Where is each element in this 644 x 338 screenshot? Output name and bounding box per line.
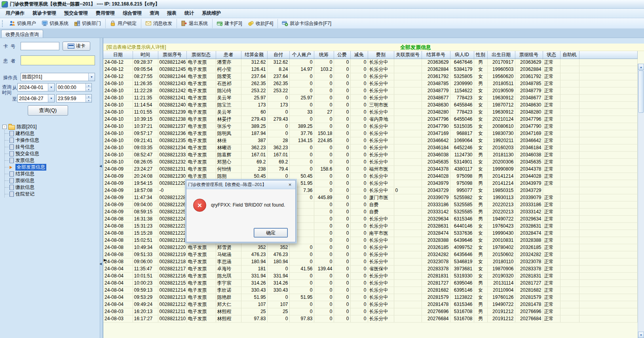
col-header-date[interactable]: 日期 (103, 51, 133, 59)
col-header-machine[interactable]: 自助机 (560, 51, 579, 59)
spin-down-icon[interactable] (86, 99, 91, 102)
tab-cashier-query[interactable]: 收费员综合查询 (1, 30, 43, 38)
table-row[interactable]: 24-08-0908:59:150028821225电子发票000自费20333… (103, 208, 638, 215)
time-spinner[interactable] (85, 84, 91, 91)
table-row[interactable]: 24-08-0923:24:270028821231电子发票何怡情23879.4… (103, 165, 638, 173)
col-header-personal[interactable]: 个人账户 (289, 51, 314, 59)
read-card-button[interactable]: 读卡 (63, 42, 90, 51)
table-row[interactable]: 24-08-0809:51:330028821219电子发票马铭涵476.234… (103, 251, 638, 258)
table-row[interactable]: 24-08-1009:57:170028821236电子发票陈明凤187.940… (103, 130, 638, 137)
scroll-down-icon[interactable] (638, 332, 644, 338)
col-header-serial[interactable]: 票据序号 (158, 51, 186, 59)
col-header-patient[interactable]: 患者 (216, 51, 241, 59)
tree-root[interactable]: 陈霞[201] (2, 123, 98, 130)
scroll-up-icon[interactable] (638, 64, 644, 70)
col-header-category[interactable]: 费别 (368, 51, 394, 59)
table-row[interactable]: 24-08-1208:27:550028821244电子发票陈爱英237.642… (103, 73, 638, 80)
table-row[interactable]: 24-08-1209:28:370028821246电子发票潘萱亦312.623… (103, 59, 638, 66)
tree-item[interactable]: 住院登记 (5, 191, 98, 197)
col-header-time[interactable]: 时间 (133, 51, 158, 59)
table-row[interactable]: 24-08-0815:31:230028821223电子发票000长乐分中203… (103, 222, 638, 230)
table-row[interactable]: 24-08-1011:14:540028821240电子发票陈宝兰1731730… (103, 101, 638, 108)
table-row[interactable]: 24-08-0410:01:510028821216电子发票陈允琪331.943… (103, 272, 638, 279)
to-time-input[interactable]: 23:59:59 (56, 94, 92, 103)
table-row[interactable]: 24-08-1008:52:470028821233电子发票陈嘉辉167.011… (103, 151, 638, 158)
tree-item[interactable]: 票据信息 (5, 177, 98, 184)
tree-item[interactable]: 全部发票信息 (5, 164, 98, 171)
table-row[interactable]: 24-08-0815:02:510028821221电子发票000长乐分中203… (103, 237, 638, 244)
toolbar-button[interactable]: 切换系统 (39, 19, 71, 28)
table-row[interactable]: 24-08-1011:26:350028821243电子发票石恩祁262.352… (103, 80, 638, 87)
toolbar-button[interactable]: 切换部门 (71, 19, 106, 28)
collapse-arrow-icon[interactable] (99, 262, 102, 266)
table-row[interactable]: 24-08-1010:39:150028821238电子发票林晏抒279.432… (103, 116, 638, 123)
toolbar-button[interactable]: 建卡[F3] (214, 19, 245, 28)
dropdown-arrow-icon[interactable] (88, 73, 95, 81)
table-row[interactable]: 24-08-0409:49:240028821212电子发票郑大仁1071070… (103, 301, 638, 308)
col-header-pid[interactable]: 病人ID (450, 51, 474, 59)
table-row[interactable]: 24-08-1008:26:050028821232电子发票郑慧心69.269.… (103, 158, 638, 165)
table-row[interactable]: 24-08-0316:17:270028821210电子发票林熙程97.8309… (103, 315, 638, 322)
table-row[interactable]: 24-08-0815:15:280028821222电子发票000南平市医203… (103, 230, 638, 237)
toolbar-button[interactable]: 消息收发 (142, 19, 177, 28)
tree-item[interactable]: 发票信息 (5, 157, 98, 164)
table-row[interactable]: 24-08-1011:01:550028821239电子发票吴云琴6003327… (103, 108, 638, 116)
menu-item[interactable]: 综合管理 (119, 9, 146, 18)
scrollbar-thumb[interactable] (638, 70, 644, 113)
menu-item[interactable]: 统计 (180, 9, 198, 18)
to-date-select[interactable]: 2024-08-27 (17, 94, 55, 103)
tree-item[interactable]: 挂号信息 (5, 144, 98, 150)
table-row[interactable]: 24-08-1009:21:410028821235电子发票林佳38728134… (103, 137, 638, 144)
col-header-birth[interactable]: 出生日期 (487, 51, 515, 59)
col-header-public[interactable]: 公费 (334, 51, 350, 59)
splitter[interactable] (100, 38, 103, 338)
menu-item[interactable]: 查询 (146, 9, 163, 18)
table-row[interactable]: 24-08-0909:04:000028821226电子发票000自费20333… (103, 201, 638, 208)
tree-item[interactable]: 结算信息 (5, 171, 98, 177)
col-header-group[interactable]: 票据组号 (515, 51, 543, 59)
table-vertical-scrollbar[interactable] (638, 64, 644, 338)
menu-item[interactable]: 费用管理 (92, 9, 119, 18)
table-row[interactable]: 24-08-0411:35:470028821217电子发票卓海玲181041.… (103, 265, 638, 272)
table-row[interactable]: 24-08-1011:21:350028821241电子发票吴云琴25.9702… (103, 94, 638, 101)
ok-button[interactable]: 确定 (254, 228, 288, 237)
col-header-related[interactable]: 关联票据号 (394, 51, 422, 59)
dropdown-arrow-icon[interactable] (48, 84, 54, 91)
toolbar-button[interactable]: 收款[F4] (245, 19, 278, 28)
table-row[interactable]: 24-08-0911:47:340028821228电子发票0445.8900厦… (103, 194, 638, 201)
invoice-table[interactable]: 日期时间票据序号票据型态患者结算金额自付个人账户统筹公费减免费别关联票据号结算单… (103, 51, 638, 323)
toolbar-button[interactable]: 切换用户 (6, 19, 39, 28)
tree-collapse-icon[interactable] (2, 125, 7, 129)
spin-up-icon[interactable] (86, 84, 91, 87)
menu-item[interactable]: 预交金管理 (60, 9, 92, 18)
toolbar-button[interactable]: 退出系统 (178, 19, 213, 28)
tree-item[interactable]: 建档信息 (5, 130, 98, 137)
menu-item[interactable]: 系统维护 (198, 9, 225, 18)
table-row[interactable]: 24-08-0816:31:380028821224电子发票000长乐分中203… (103, 215, 638, 222)
query-button[interactable]: 查询(Q) (28, 105, 68, 116)
from-date-select[interactable]: 2024-08-01 (17, 83, 55, 91)
table-row[interactable]: 24-08-0409:53:290028821213电子发票陈艳群51.9505… (103, 294, 638, 301)
col-header-status[interactable]: 状态 (543, 51, 560, 59)
time-spinner[interactable] (85, 95, 91, 102)
col-header-reduce[interactable]: 减免 (350, 51, 368, 59)
col-header-sex[interactable]: 性别 (474, 51, 487, 59)
table-row[interactable]: 24-08-0409:59:130028821214电子发票李欣诺330.433… (103, 287, 638, 294)
table-row[interactable]: 24-08-1010:37:210028821237电子发票张乐兮389.250… (103, 123, 638, 130)
menu-item[interactable]: 就诊卡管理 (28, 9, 60, 18)
tree-item[interactable]: 卡操作信息 (5, 137, 98, 144)
table-row[interactable]: 24-08-1209:05:540028821245电子发票柯小莹126.418… (103, 66, 638, 73)
table-row[interactable]: 24-08-0809:06:000028821218电子发票李思涵180.941… (103, 258, 638, 265)
toolbar-button[interactable]: 用户锁定 (107, 19, 141, 28)
menu-item[interactable]: 报表 (163, 9, 180, 18)
col-header-type[interactable]: 票据型态 (186, 51, 216, 59)
spin-down-icon[interactable] (86, 87, 91, 91)
collapse-arrow-icon[interactable] (99, 164, 102, 168)
col-header-pool[interactable]: 统筹 (314, 51, 334, 59)
table-row[interactable]: 24-08-0919:54:150028821229电子发票51.95000长乐… (103, 180, 638, 187)
spin-up-icon[interactable] (86, 95, 91, 99)
table-row[interactable]: 24-08-1009:03:350028821234电子发票林曦语362.233… (103, 144, 638, 151)
table-row[interactable]: 24-08-0918:57:08-07.36000长乐分中02034372999… (103, 187, 638, 194)
col-header-amount[interactable]: 结算金额 (241, 51, 267, 59)
col-header-settle[interactable]: 结算单号 (422, 51, 450, 59)
